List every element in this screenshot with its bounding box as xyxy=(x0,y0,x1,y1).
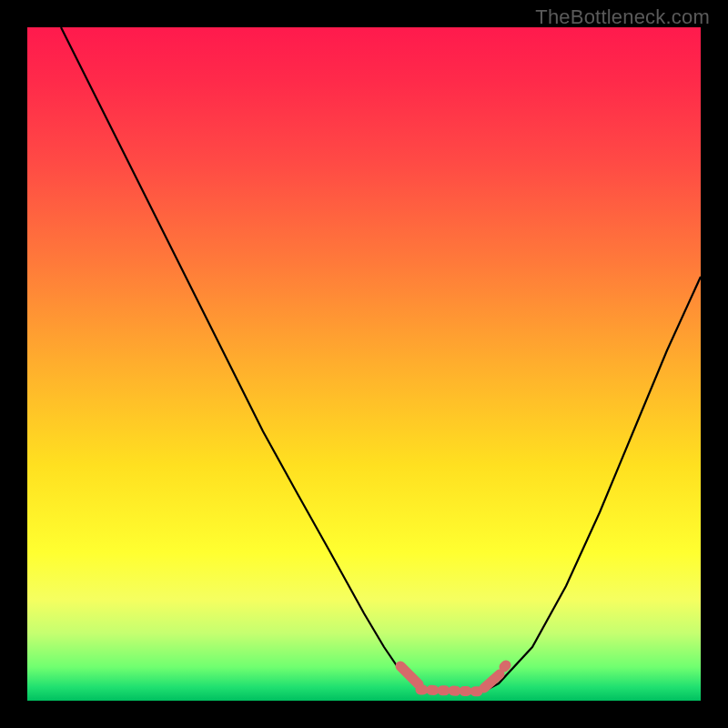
flat-bottom-marker xyxy=(400,665,506,692)
chart-frame: TheBottleneck.com xyxy=(0,0,728,728)
plot-area xyxy=(27,27,701,701)
watermark-label: TheBottleneck.com xyxy=(535,5,710,29)
curve-path xyxy=(61,27,701,693)
bottleneck-curve xyxy=(27,27,701,701)
